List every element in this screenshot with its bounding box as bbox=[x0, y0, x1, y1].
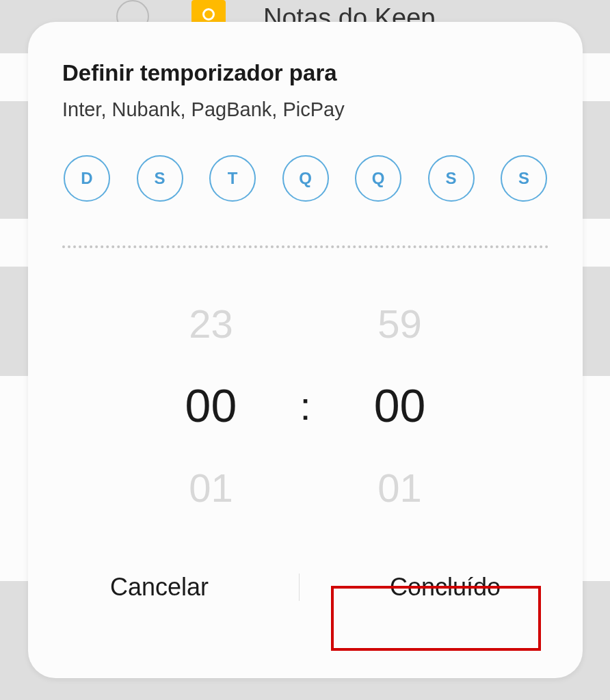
minute-selected: 00 bbox=[374, 358, 426, 453]
day-toggle-monday[interactable]: S bbox=[137, 155, 183, 202]
hour-picker[interactable]: 23 00 01 bbox=[122, 289, 300, 522]
cancel-button[interactable]: Cancelar bbox=[83, 559, 236, 615]
button-divider bbox=[299, 574, 300, 601]
hour-prev: 23 bbox=[189, 289, 233, 358]
dialog-title: Definir temporizador para bbox=[62, 60, 548, 86]
day-toggle-thursday[interactable]: Q bbox=[355, 155, 401, 202]
day-toggle-wednesday[interactable]: Q bbox=[282, 155, 329, 202]
minute-prev: 59 bbox=[377, 289, 422, 358]
timer-dialog: Definir temporizador para Inter, Nubank,… bbox=[28, 22, 583, 678]
dialog-button-row: Cancelar Concluído bbox=[62, 559, 548, 615]
confirm-button[interactable]: Concluído bbox=[362, 559, 528, 615]
minute-next: 01 bbox=[377, 453, 422, 522]
hour-next: 01 bbox=[189, 453, 233, 522]
dialog-subtitle: Inter, Nubank, PagBank, PicPay bbox=[62, 98, 548, 121]
minute-picker[interactable]: 59 00 01 bbox=[311, 289, 489, 522]
divider bbox=[62, 245, 548, 248]
time-separator: : bbox=[300, 289, 310, 522]
day-toggle-sunday[interactable]: D bbox=[64, 155, 110, 202]
hour-selected: 00 bbox=[185, 358, 237, 453]
day-toggle-saturday[interactable]: S bbox=[501, 155, 547, 202]
time-picker: 23 00 01 : 59 00 01 bbox=[62, 289, 548, 522]
day-toggle-tuesday[interactable]: T bbox=[209, 155, 256, 202]
day-selector-row: D S T Q Q S S bbox=[62, 155, 548, 202]
day-toggle-friday[interactable]: S bbox=[428, 155, 475, 202]
